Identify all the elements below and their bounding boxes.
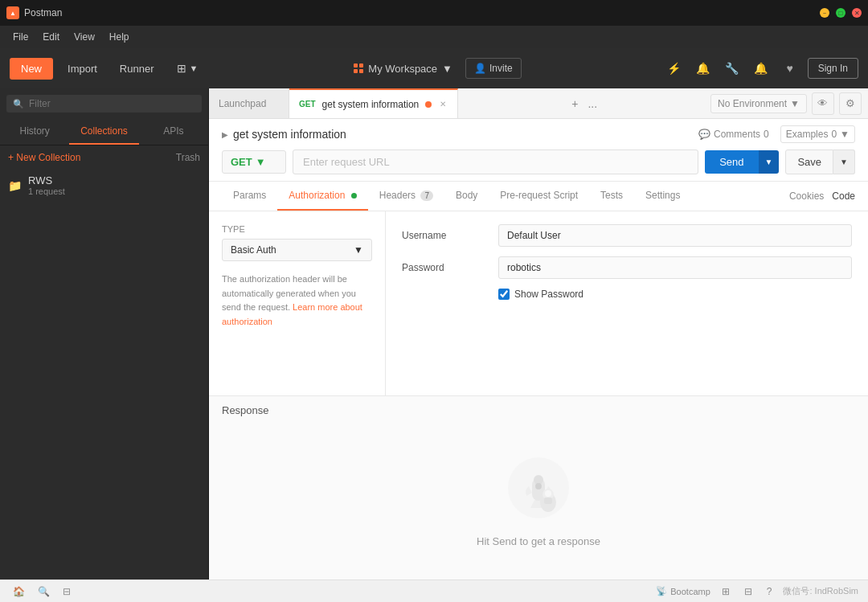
toolbar-center: My Workspace ▼ 👤 Invite	[347, 58, 521, 79]
tab-settings[interactable]: Settings	[634, 182, 691, 211]
status-home-button[interactable]: 🏠	[10, 584, 28, 599]
sidebar-tabs: History Collections APIs	[0, 119, 208, 145]
svg-point-7	[545, 490, 551, 497]
status-layout-button[interactable]: ⊟	[59, 584, 74, 599]
trash-button[interactable]: Trash	[176, 152, 200, 163]
window-controls[interactable]: － □ ✕	[820, 8, 862, 18]
menu-bar: File Edit View Help	[0, 26, 868, 48]
request-area: ▶ get system information 💬 Comments 0 Ex…	[209, 119, 868, 182]
bootcamp-button[interactable]: 📡 Bootcamp	[656, 586, 710, 596]
alerts-button[interactable]: 🔔	[750, 57, 772, 80]
tab-history[interactable]: History	[0, 119, 69, 145]
menu-help[interactable]: Help	[103, 29, 136, 45]
search-icon: 🔍	[13, 99, 24, 109]
show-password-checkbox[interactable]	[498, 289, 510, 300]
rocket-icon	[506, 456, 571, 522]
examples-button[interactable]: Examples 0 ▼	[780, 125, 855, 143]
collection-meta: 1 request	[28, 186, 200, 196]
environment-selector[interactable]: No Environment ▼	[710, 94, 807, 113]
import-button[interactable]: Import	[59, 58, 105, 80]
tab-body[interactable]: Body	[444, 182, 489, 211]
menu-file[interactable]: File	[6, 29, 35, 45]
tab-params[interactable]: Params	[222, 182, 277, 211]
more-tabs-button[interactable]: ...	[584, 96, 600, 112]
status-right: 📡 Bootcamp ⊞ ⊟ ? 微信号: IndRobSim	[656, 584, 858, 599]
toolbar-right: ⚡ 🔔 🔧 🔔 ♥ Sign In	[663, 57, 858, 80]
collection-runner-button[interactable]: ⊞ ▼	[169, 57, 207, 80]
minimize-button[interactable]: －	[820, 8, 829, 18]
tab-collections[interactable]: Collections	[69, 119, 138, 145]
no-env-label: No Environment	[718, 98, 787, 109]
heart-button[interactable]: ♥	[779, 57, 801, 80]
request-meta: 💬 Comments 0 Examples 0 ▼	[694, 125, 855, 143]
tab-prerequest[interactable]: Pre-request Script	[489, 182, 589, 211]
save-dropdown-button[interactable]: ▼	[833, 149, 855, 174]
password-input[interactable]	[498, 256, 852, 279]
tab-close-button[interactable]: ✕	[438, 98, 448, 110]
auth-description: The authorization header will be automat…	[222, 272, 372, 329]
invite-icon: 👤	[474, 63, 486, 74]
auth-fields: Username Password Show Password	[402, 224, 852, 300]
runner-button[interactable]: Runner	[112, 58, 162, 80]
hit-send-text: Hit Send to get a response	[477, 535, 600, 547]
auth-left: TYPE Basic Auth ▼ The authorization head…	[209, 211, 386, 395]
tab-headers[interactable]: Headers 7	[368, 182, 444, 211]
response-empty: Hit Send to get a response	[209, 424, 868, 580]
close-button[interactable]: ✕	[852, 8, 862, 18]
sidebar-search: 🔍	[0, 88, 208, 119]
tab-authorization[interactable]: Authorization	[277, 182, 367, 211]
tab-launchpad[interactable]: Launchpad	[209, 88, 289, 118]
workspace-name: My Workspace	[368, 63, 437, 75]
search-input[interactable]	[29, 98, 195, 109]
menu-view[interactable]: View	[68, 29, 101, 45]
status-search-button[interactable]: 🔍	[35, 584, 53, 599]
auth-type-value: Basic Auth	[231, 244, 276, 256]
tab-request[interactable]: GET get system information ✕	[289, 88, 458, 118]
save-button[interactable]: Save	[785, 149, 833, 174]
notifications-button[interactable]: 🔔	[692, 57, 714, 80]
menu-edit[interactable]: Edit	[36, 29, 66, 45]
request-name: ▶ get system information	[222, 128, 346, 141]
auth-type-selector[interactable]: Basic Auth ▼	[222, 239, 372, 261]
settings-button[interactable]: 🔧	[721, 57, 743, 80]
workspace-icon	[354, 63, 363, 73]
status-bar: 🏠 🔍 ⊟ 📡 Bootcamp ⊞ ⊟ ? 微信号: IndRobSim	[0, 579, 868, 602]
show-password-row: Show Password	[498, 289, 852, 300]
new-collection-button[interactable]: + New Collection	[8, 152, 80, 163]
save-btn-group: Save ▼	[785, 149, 855, 174]
response-section: Response	[209, 395, 868, 580]
username-input[interactable]	[498, 224, 852, 247]
status-left: 🏠 🔍 ⊟	[10, 584, 74, 599]
sidebar-actions: + New Collection Trash	[0, 145, 208, 170]
tab-tests[interactable]: Tests	[589, 182, 634, 211]
invite-button[interactable]: 👤 Invite	[465, 58, 522, 79]
status-layout2-button[interactable]: ⊞	[719, 584, 733, 599]
code-button[interactable]: Code	[832, 190, 855, 202]
maximize-button[interactable]: □	[836, 8, 845, 18]
send-button[interactable]: Send	[705, 150, 758, 174]
workspace-button[interactable]: My Workspace ▼	[347, 59, 459, 79]
sign-in-button[interactable]: Sign In	[808, 58, 858, 79]
status-help-button[interactable]: ?	[764, 584, 776, 599]
comments-button[interactable]: 💬 Comments 0	[694, 126, 774, 142]
expand-icon: ▶	[222, 130, 228, 139]
cookies-button[interactable]: Cookies	[789, 190, 824, 202]
env-settings-button[interactable]: ⚙	[839, 92, 862, 115]
tab-apis[interactable]: APIs	[139, 119, 208, 145]
app-logo: ▲	[6, 6, 19, 19]
status-layout3-button[interactable]: ⊟	[741, 584, 755, 599]
toolbar-left: New Import Runner ⊞ ▼	[10, 57, 206, 80]
sidebar-item-info: RWS 1 request	[28, 174, 200, 196]
new-button[interactable]: New	[10, 58, 53, 80]
bootcamp-icon: 📡	[656, 586, 667, 596]
method-selector[interactable]: GET ▼	[222, 150, 286, 174]
list-item[interactable]: 📁 RWS 1 request	[0, 170, 208, 201]
send-dropdown-button[interactable]: ▼	[759, 150, 780, 174]
response-label: Response	[209, 396, 868, 424]
env-preview-button[interactable]: 👁	[812, 92, 834, 115]
url-input[interactable]	[293, 149, 698, 174]
comments-icon: 💬	[698, 129, 710, 140]
content-area: Launchpad GET get system information ✕ +…	[209, 88, 868, 579]
add-tab-button[interactable]: +	[568, 96, 581, 112]
search-button[interactable]: ⚡	[663, 57, 686, 80]
